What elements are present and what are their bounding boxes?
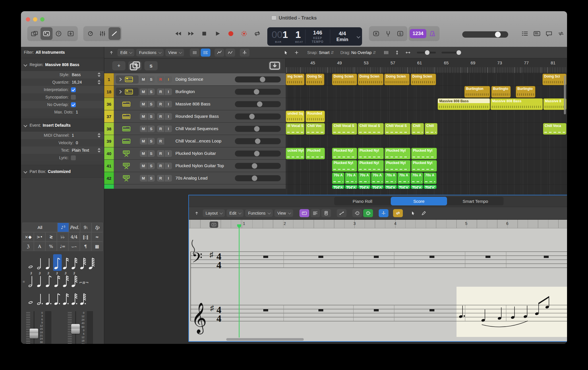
play-button[interactable]	[211, 27, 224, 40]
mute-button[interactable]: M	[140, 113, 147, 120]
region[interactable]: 70s A	[397, 185, 410, 189]
region[interactable]: Rounded	[305, 111, 325, 122]
mute-button[interactable]: M	[140, 138, 147, 144]
input-monitor-button[interactable]: I	[165, 163, 172, 169]
midi-in-button[interactable]	[352, 209, 362, 217]
partbox-all-filter[interactable]: All	[22, 223, 57, 232]
library-button[interactable]	[28, 27, 40, 40]
vertical-zoom-slider[interactable]	[417, 52, 436, 53]
region[interactable]: unded Sq	[286, 111, 305, 122]
score-notation-area[interactable]: 𝄢𝄞♯♯4444	[189, 228, 567, 341]
partbox-dynamics[interactable]: ≷	[45, 232, 57, 242]
palette-drag-handle[interactable]: ≡	[23, 280, 25, 284]
input-monitor-button[interactable]: I	[165, 150, 172, 157]
event-value[interactable]: 0	[76, 140, 101, 145]
palette-note-128th[interactable]	[88, 254, 96, 271]
region[interactable]: 70s A	[411, 185, 423, 189]
count-in-button[interactable]: 1234	[410, 29, 426, 38]
slider-knob[interactable]	[249, 114, 255, 119]
region[interactable]: Chill Vocal S	[384, 123, 411, 135]
input-monitor-button[interactable]: I	[165, 126, 172, 132]
palette-note-d-eighth[interactable]	[53, 290, 62, 307]
partbox-pedal[interactable]: Ped.	[69, 223, 80, 232]
track-volume-slider[interactable]	[235, 76, 281, 82]
palette-note-64th[interactable]	[79, 254, 88, 271]
mute-button[interactable]: M	[140, 175, 147, 182]
slider-knob[interactable]	[252, 163, 257, 169]
record-enable-button[interactable]: R	[157, 138, 164, 144]
grid-view-button[interactable]	[190, 49, 200, 57]
track-row[interactable]: 36MSRIMassive 808 Bass	[104, 98, 286, 110]
event-list-button[interactable]	[519, 27, 531, 40]
score-ruler[interactable]: 12345678	[189, 220, 567, 228]
record-enable-button[interactable]: R	[157, 113, 164, 120]
region[interactable]: 70s A	[397, 172, 410, 184]
region[interactable]: Massive 808 Bass	[490, 98, 543, 110]
mute-button[interactable]: M	[140, 88, 147, 95]
split-tool-button[interactable]	[240, 49, 249, 57]
region-value[interactable]: Bass	[72, 72, 97, 77]
stepper-control[interactable]	[97, 80, 101, 85]
track-row[interactable]: 37MSRIRounded Square Bass	[104, 110, 286, 123]
midi-out-button[interactable]	[363, 209, 373, 217]
track-name[interactable]: Chill Vocal...ences Loop	[175, 138, 221, 143]
view-mode-page-button[interactable]	[321, 209, 331, 217]
solo-button[interactable]: S	[148, 88, 155, 95]
slider-knob[interactable]	[252, 176, 257, 181]
rewind-button[interactable]	[171, 27, 185, 40]
tab-score[interactable]: Score	[391, 197, 447, 205]
region[interactable]: Burlingto	[491, 86, 511, 98]
track-row[interactable]: 1MSRIDoing Science	[104, 73, 286, 86]
mute-button[interactable]: M	[140, 76, 147, 83]
capture-record-button[interactable]	[237, 27, 251, 40]
score-pencil-tool-button[interactable]	[419, 209, 429, 217]
track-inset-button[interactable]	[268, 61, 281, 70]
region[interactable]: Doing Scien	[358, 74, 384, 85]
waveform-zoom-button[interactable]	[381, 49, 391, 57]
score-menu-view[interactable]: View	[274, 209, 293, 217]
track-row[interactable]: 41MSRIPlucked Nylon Guitar Top	[104, 160, 286, 172]
automation-button[interactable]	[214, 49, 224, 57]
palette-note-d-32nd[interactable]	[70, 290, 79, 307]
region[interactable]: ill Vocal S	[286, 123, 305, 135]
region[interactable]: Plucked Nyl	[358, 148, 384, 159]
palette-note-ntuplet[interactable]: ⌐n¬	[79, 280, 90, 289]
solo-button[interactable]: S	[148, 163, 155, 169]
region[interactable]: Plucked Nyl	[384, 160, 411, 172]
track-volume-slider[interactable]	[235, 89, 281, 95]
score-menu-edit[interactable]: Edit	[227, 209, 243, 217]
track-volume-slider[interactable]	[235, 151, 281, 157]
stop-button[interactable]	[198, 27, 211, 40]
no-input-button[interactable]	[370, 27, 382, 40]
stepper-control[interactable]	[97, 72, 101, 77]
track-volume-slider[interactable]	[235, 175, 281, 181]
region[interactable]: 70s A	[358, 172, 371, 184]
solo-button[interactable]: S	[148, 76, 155, 83]
score-horizontal-scrollbar[interactable]	[226, 338, 304, 341]
cycle-button[interactable]	[251, 27, 264, 40]
pointer-tool-button[interactable]	[281, 49, 291, 57]
input-monitor-button[interactable]: I	[165, 175, 172, 182]
filter-row[interactable]: Filter:All Instruments	[21, 47, 104, 58]
region[interactable]: 70s A	[384, 172, 397, 184]
partbox-repeat-signs[interactable]: ‖:‖	[80, 232, 91, 242]
lcd-display[interactable]: 00 1 1 146 KEEP TEMPO 4/4 Emin	[267, 27, 362, 46]
partbox-ornaments[interactable]: ≈	[91, 232, 103, 242]
palette-note-d-half[interactable]	[36, 290, 45, 307]
partbox-noteheads[interactable]: ×◆	[22, 232, 34, 242]
region[interactable]: Doing Sci	[542, 74, 566, 85]
snap-control[interactable]: Snap: Smart ⇵	[307, 50, 334, 55]
region[interactable]: Plucked Nyl	[411, 160, 437, 172]
playhead-marker[interactable]	[237, 224, 241, 228]
partbox-time-signature[interactable]: 4∕4	[68, 232, 80, 242]
input-monitor-button[interactable]: I	[165, 88, 172, 95]
slider-knob[interactable]	[254, 151, 260, 156]
region[interactable]: Plucked Nyl	[332, 148, 357, 159]
score-pointer-tool-button[interactable]	[408, 209, 418, 217]
automation-curve-button[interactable]	[337, 209, 347, 217]
slider-knob[interactable]	[260, 77, 265, 82]
track-row[interactable]: 39MSRChill Vocal...ences Loop	[104, 135, 286, 147]
region[interactable]: 70s A	[345, 185, 358, 189]
partbox-slurs[interactable]: ⌣⌢	[68, 242, 80, 251]
track-name[interactable]: Rounded Square Bass	[175, 114, 219, 119]
